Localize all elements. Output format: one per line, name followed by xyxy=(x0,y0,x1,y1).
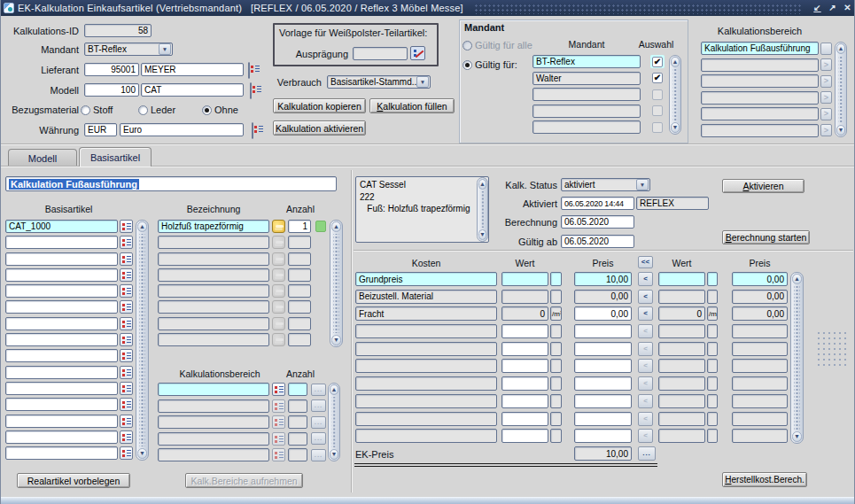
minimize-icon[interactable]: ↙ xyxy=(811,2,824,14)
basisartikel-field[interactable] xyxy=(5,349,118,362)
chevron-down-icon[interactable]: ▼ xyxy=(416,76,429,88)
scroll-down-icon[interactable]: ▼ xyxy=(330,449,338,460)
bereich-field[interactable] xyxy=(701,58,819,72)
berechnung-datum-field[interactable]: 06.05.2020 xyxy=(561,215,634,229)
anzahl-field[interactable] xyxy=(288,333,311,346)
transfer-row-button[interactable]: > xyxy=(820,58,832,71)
preis-field[interactable] xyxy=(574,394,632,408)
basisartikel-field[interactable] xyxy=(5,430,118,444)
sub-anzahl-field[interactable] xyxy=(288,383,307,396)
transfer-row-button[interactable]: > xyxy=(820,108,832,120)
mandant-select[interactable]: BT-Reflex ▼ xyxy=(84,43,173,56)
kosten-field[interactable] xyxy=(355,429,497,443)
transfer-row-button[interactable] xyxy=(820,43,832,55)
gueltig-ab-field[interactable]: 06.05.2020 xyxy=(561,235,634,248)
basisartikel-field[interactable] xyxy=(5,317,118,330)
bezeichnung-field[interactable] xyxy=(158,284,269,298)
basisartikel-lookup-icon[interactable] xyxy=(120,252,133,266)
kosten-field[interactable] xyxy=(355,342,497,356)
anzahl-field[interactable] xyxy=(288,317,311,330)
wert-field[interactable] xyxy=(501,412,548,426)
scroll-up-icon[interactable]: ▲ xyxy=(836,43,845,54)
transfer-button[interactable]: < xyxy=(638,394,653,408)
sub-bereich-field[interactable] xyxy=(158,399,269,413)
tab-basisartikel[interactable]: Basisartikel xyxy=(79,147,152,167)
preis2-field[interactable] xyxy=(732,324,788,338)
lieferant-name-field[interactable]: MEYER xyxy=(141,63,244,76)
stueckliste-icon[interactable] xyxy=(272,236,285,249)
sub-bereich-field[interactable] xyxy=(158,432,269,446)
mandant-name-field[interactable]: Walter xyxy=(532,72,641,85)
scroll-up-icon[interactable]: ▲ xyxy=(792,274,802,284)
basisartikel-lookup-icon[interactable] xyxy=(120,333,133,346)
basisartikel-lookup-icon[interactable] xyxy=(120,349,133,362)
transfer-button[interactable]: < xyxy=(638,306,653,321)
wert-field[interactable] xyxy=(501,324,548,338)
bezeichnung-scrollbar[interactable]: ▲▼ xyxy=(330,220,343,347)
basisartikel-lookup-icon[interactable] xyxy=(120,415,133,428)
wert-field[interactable] xyxy=(501,290,548,304)
scroll-up-icon[interactable]: ▲ xyxy=(331,221,341,232)
sub-more-button[interactable]: ... xyxy=(311,449,326,461)
preis-field[interactable] xyxy=(574,376,632,391)
radio-gueltig-fuer-alle[interactable] xyxy=(462,41,472,50)
wert2-field[interactable] xyxy=(658,272,705,286)
stueckliste-icon[interactable] xyxy=(272,268,285,282)
bereich-field[interactable] xyxy=(701,107,819,120)
stueckliste-icon[interactable] xyxy=(272,284,285,298)
scroll-thumb[interactable] xyxy=(139,234,145,446)
mandant-name-field[interactable] xyxy=(532,120,641,134)
bezeichnung-field[interactable] xyxy=(158,236,269,249)
transfer-row-button[interactable]: > xyxy=(820,75,832,88)
wert2-field[interactable] xyxy=(658,359,705,373)
transfer-button[interactable]: < xyxy=(638,290,653,304)
preis2-field[interactable] xyxy=(732,342,788,356)
auswahl-checkbox[interactable] xyxy=(652,89,663,100)
chevron-down-icon[interactable]: ▼ xyxy=(159,43,171,55)
preis2-field[interactable]: 0,00 xyxy=(732,306,788,321)
sub-bereich-field[interactable] xyxy=(158,448,269,461)
basisartikel-lookup-icon[interactable] xyxy=(120,366,133,379)
preis2-field[interactable] xyxy=(732,394,788,408)
bezeichnung-field[interactable] xyxy=(158,300,269,314)
sub-anzahl-field[interactable] xyxy=(288,399,307,413)
scroll-down-icon[interactable]: ▼ xyxy=(331,335,341,345)
radio-stoff[interactable] xyxy=(81,105,90,115)
wert-field[interactable] xyxy=(501,359,548,373)
preis2-field[interactable]: 0,00 xyxy=(732,290,788,304)
basisartikel-field[interactable] xyxy=(5,252,118,266)
bereich-field[interactable] xyxy=(701,74,819,88)
ek-preis-more-button[interactable]: ... xyxy=(638,446,656,461)
basisartikel-lookup-icon[interactable] xyxy=(120,398,133,411)
aktivieren-button[interactable]: Aktivieren xyxy=(722,179,804,193)
stueckliste-icon[interactable] xyxy=(272,317,285,330)
preis-field[interactable] xyxy=(574,412,632,426)
stueckliste-icon[interactable] xyxy=(272,252,285,266)
kosten-field[interactable] xyxy=(355,412,497,426)
cost-table-scrollbar[interactable]: ▲▼ xyxy=(790,272,804,444)
basisartikel-lookup-icon[interactable] xyxy=(120,382,133,395)
anzahl-field[interactable] xyxy=(288,236,311,249)
wert2-field[interactable] xyxy=(658,324,705,338)
chevron-down-icon[interactable]: ▼ xyxy=(636,179,649,190)
basisartikel-field[interactable] xyxy=(5,446,118,460)
anzahl-field[interactable] xyxy=(288,284,311,298)
anzahl-field[interactable] xyxy=(288,252,311,266)
transfer-button[interactable]: < xyxy=(638,342,653,356)
bezeichnung-field[interactable] xyxy=(158,268,269,282)
preis-field[interactable] xyxy=(574,342,632,356)
basisartikel-field[interactable] xyxy=(5,300,118,314)
wert2-field[interactable] xyxy=(658,342,705,356)
mandant-name-field[interactable] xyxy=(532,88,641,101)
scroll-thumb[interactable] xyxy=(333,234,339,333)
kalk-status-select[interactable]: aktiviert ▼ xyxy=(561,178,650,191)
anzahl-field[interactable] xyxy=(288,268,311,282)
wert-field[interactable] xyxy=(501,376,548,391)
scroll-down-icon[interactable]: ▼ xyxy=(836,125,845,136)
basisartikel-lookup-icon[interactable] xyxy=(120,236,133,249)
transfer-button[interactable]: < xyxy=(638,376,653,391)
basisartikel-field[interactable] xyxy=(5,236,118,249)
basisartikel-lookup-icon[interactable] xyxy=(120,446,133,460)
sub-more-button[interactable]: ... xyxy=(311,399,326,412)
sub-bereich-lookup-icon[interactable] xyxy=(272,415,285,429)
